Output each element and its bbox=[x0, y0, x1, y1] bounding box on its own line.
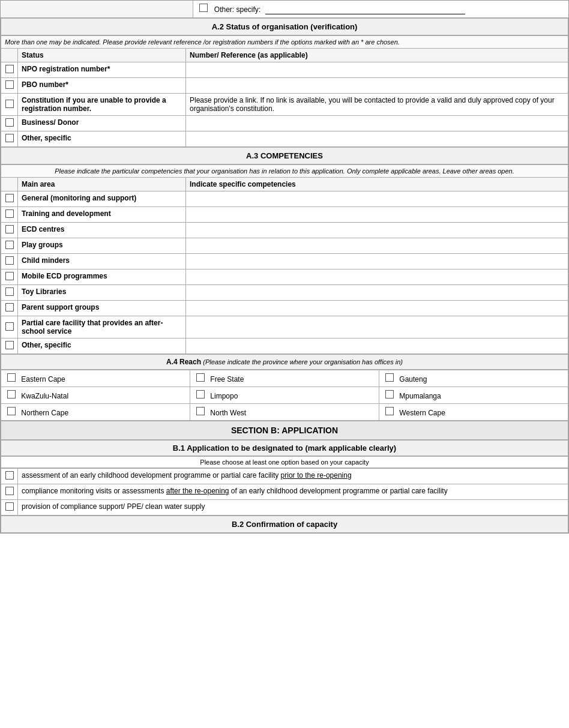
b1-note: Please choose at least one option based … bbox=[1, 456, 568, 468]
section-b-title: SECTION B: APPLICATION bbox=[1, 421, 568, 440]
b1-row-provision: provision of compliance support/ PPE/ cl… bbox=[18, 500, 568, 516]
a2-col2-header: Number/ Reference (as applicable) bbox=[186, 49, 568, 62]
a3-value-mobileecd bbox=[186, 269, 568, 285]
a3-label-training: Training and development bbox=[22, 209, 111, 218]
a3-label-playgroups: Play groups bbox=[22, 241, 63, 249]
a2-value-npo bbox=[186, 62, 568, 78]
a2-checkbox-npo[interactable] bbox=[1, 62, 18, 78]
a3-label-other: Other, specific bbox=[22, 341, 71, 349]
reach-label-gauteng: Gauteng bbox=[399, 375, 427, 384]
a2-checkbox-other[interactable] bbox=[1, 131, 18, 147]
reach-label-limpopo: Limpopo bbox=[210, 392, 238, 400]
a3-checkbox-toylibraries[interactable] bbox=[1, 285, 18, 301]
reach-label-northern-cape: Northern Cape bbox=[21, 409, 68, 417]
b1-row-compliance: compliance monitoring visits or assessme… bbox=[18, 484, 568, 500]
a3-note: Please indicate the particular competenc… bbox=[1, 165, 568, 178]
a3-label-general: General (monitoring and support) bbox=[22, 194, 136, 202]
a2-checkbox-business[interactable] bbox=[1, 116, 18, 131]
a3-value-partialcare bbox=[186, 316, 568, 338]
a2-value-constitution: Please provide a link. If no link is ava… bbox=[186, 94, 568, 116]
b2-title: B.2 Confirmation of capacity bbox=[1, 516, 568, 533]
section-a3-title: A.3 COMPETENCIES bbox=[1, 147, 568, 164]
a2-value-business bbox=[186, 116, 568, 131]
other-specify-field bbox=[265, 5, 465, 14]
a3-checkbox-mobileecd[interactable] bbox=[1, 269, 18, 285]
a3-label-mobileecd: Mobile ECD programmes bbox=[22, 272, 107, 280]
a2-value-pbo bbox=[186, 78, 568, 94]
reach-label-kwazulu: KwaZulu-Natal bbox=[21, 392, 68, 400]
a3-value-training bbox=[186, 207, 568, 223]
a3-value-playgroups bbox=[186, 238, 568, 254]
reach-label-free-state: Free State bbox=[210, 375, 244, 384]
a3-checkbox-ecd[interactable] bbox=[1, 223, 18, 238]
a2-checkbox-constitution[interactable] bbox=[1, 94, 18, 116]
a2-label-other: Other, specific bbox=[22, 134, 71, 142]
b1-row-assessment: assessment of an early childhood develop… bbox=[18, 469, 568, 484]
reach-checkbox-mpumalanga[interactable] bbox=[385, 390, 394, 399]
a2-label-npo: NPO registration number* bbox=[22, 65, 110, 73]
section-a2-title: A.2 Status of organisation (verification… bbox=[1, 18, 568, 35]
reach-checkbox-western-cape[interactable] bbox=[385, 407, 394, 415]
b1-checkbox-assessment[interactable] bbox=[1, 469, 18, 484]
b1-text-assessment-1: assessment of an early childhood develop… bbox=[22, 471, 281, 480]
a2-label-pbo: PBO number* bbox=[22, 80, 68, 89]
b1-title: B.1 Application to be designated to (mar… bbox=[1, 440, 568, 456]
a3-label-partialcare: Partial care facility that provides an a… bbox=[22, 319, 163, 335]
reach-checkbox-kwazulu[interactable] bbox=[7, 390, 16, 399]
a3-value-general bbox=[186, 191, 568, 207]
b1-text-compliance-1: compliance monitoring visits or assessme… bbox=[22, 487, 166, 495]
reach-checkbox-eastern-cape[interactable] bbox=[7, 373, 16, 382]
section-a4-title: A.4 Reach bbox=[166, 358, 201, 366]
reach-label-western-cape: Western Cape bbox=[399, 409, 445, 417]
a3-col1-header: Main area bbox=[18, 178, 186, 191]
a2-label-constitution: Constitution if you are unable to provid… bbox=[22, 96, 166, 113]
a3-checkbox-partialcare[interactable] bbox=[1, 316, 18, 338]
b1-checkbox-compliance[interactable] bbox=[1, 484, 18, 500]
a3-checkbox-training[interactable] bbox=[1, 207, 18, 223]
a3-checkbox-playgroups[interactable] bbox=[1, 238, 18, 254]
a3-checkbox-general[interactable] bbox=[1, 191, 18, 207]
reach-checkbox-free-state[interactable] bbox=[196, 373, 205, 382]
reach-checkbox-limpopo[interactable] bbox=[196, 390, 205, 399]
a3-label-toylibraries: Toy Libraries bbox=[22, 287, 66, 296]
a2-col1-header: Status bbox=[18, 49, 186, 62]
b1-underline-assessment: prior to the re-opening bbox=[281, 471, 352, 480]
a2-note: More than one may be indicated. Please p… bbox=[1, 36, 568, 49]
a3-label-childminders: Child minders bbox=[22, 256, 70, 265]
other-specify-label: Other: specify: bbox=[214, 5, 260, 14]
reach-checkbox-north-west[interactable] bbox=[196, 407, 205, 415]
reach-label-north-west: North West bbox=[210, 409, 246, 417]
a2-checkbox-pbo[interactable] bbox=[1, 78, 18, 94]
a2-label-business: Business/ Donor bbox=[22, 118, 79, 127]
a3-col2-header: Indicate specific competencies bbox=[186, 178, 568, 191]
b1-checkbox-provision[interactable] bbox=[1, 500, 18, 516]
a3-checkbox-other[interactable] bbox=[1, 338, 18, 354]
b1-underline-compliance: after the re-opening bbox=[166, 487, 229, 495]
a2-value-other bbox=[186, 131, 568, 147]
a3-value-childminders bbox=[186, 254, 568, 269]
a3-value-ecd bbox=[186, 223, 568, 238]
reach-checkbox-gauteng[interactable] bbox=[385, 373, 394, 382]
b1-text-compliance-2: of an early childhood development progra… bbox=[229, 487, 448, 495]
section-a4-header: A.4 Reach (Please indicate the province … bbox=[1, 354, 568, 370]
a3-value-toylibraries bbox=[186, 285, 568, 301]
reach-label-eastern-cape: Eastern Cape bbox=[21, 375, 65, 384]
a3-checkbox-childminders[interactable] bbox=[1, 254, 18, 269]
section-a4-note: (Please indicate the province where your… bbox=[203, 358, 403, 366]
a3-value-other bbox=[186, 338, 568, 354]
a3-label-ecd: ECD centres bbox=[22, 225, 64, 233]
b1-text-provision: provision of compliance support/ PPE/ cl… bbox=[22, 502, 205, 511]
reach-label-mpumalanga: Mpumalanga bbox=[399, 392, 441, 400]
a3-label-parentsupport: Parent support groups bbox=[22, 303, 99, 311]
a3-checkbox-parentsupport[interactable] bbox=[1, 301, 18, 316]
a3-value-parentsupport bbox=[186, 301, 568, 316]
other-specify-checkbox[interactable] bbox=[199, 4, 208, 12]
reach-checkbox-northern-cape[interactable] bbox=[7, 407, 16, 415]
